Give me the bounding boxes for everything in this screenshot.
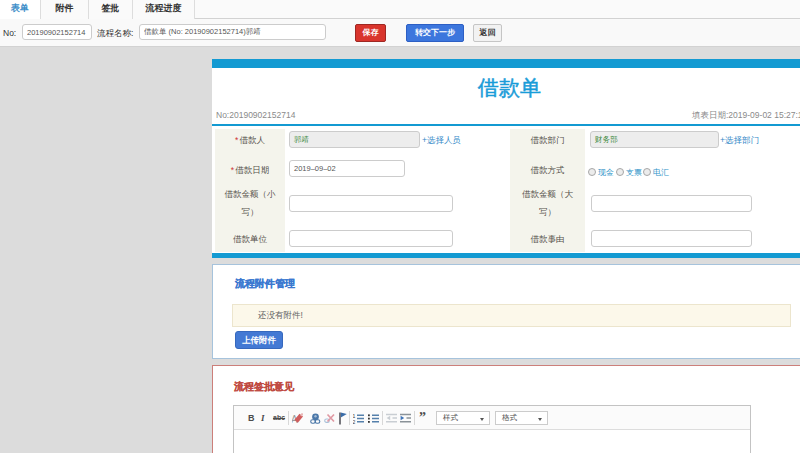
svg-text:2: 2 [353,419,356,424]
